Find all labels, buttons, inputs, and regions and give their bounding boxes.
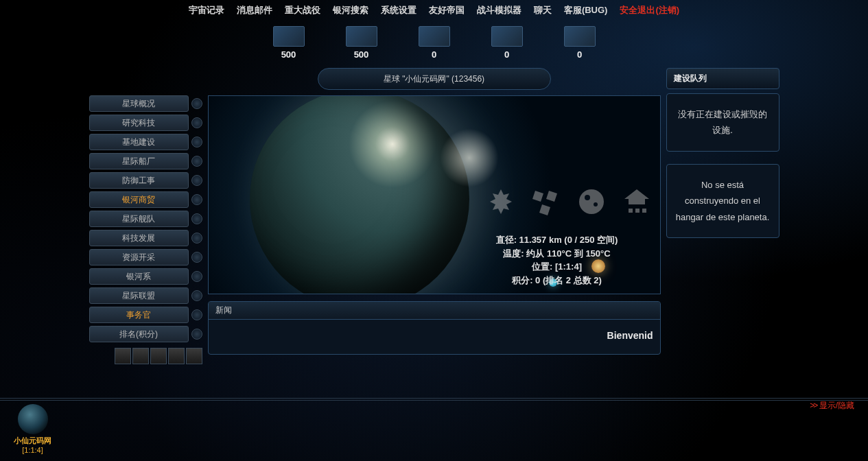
right-panel: 建设队列 没有正在建设或摧毁的设施. No se está construyen…	[666, 68, 779, 364]
news-ticker: Bienvenid	[209, 320, 660, 351]
darkmatter-icon	[491, 26, 523, 47]
menu-1[interactable]: 研究科技	[89, 115, 189, 131]
menu-8[interactable]: 资源开采	[89, 249, 189, 265]
menu-9[interactable]: 银河系	[89, 268, 189, 285]
menu-dot-7[interactable]	[191, 233, 202, 244]
menu-dot-8[interactable]	[191, 252, 202, 263]
topnav-item-2[interactable]: 重大战役	[285, 4, 320, 16]
build-queue-empty-2: No se está construyendo en el hangar de …	[666, 164, 779, 238]
resource-darkmatter[interactable]: 0	[491, 26, 523, 60]
planet-sel-name: 小仙元码网	[14, 436, 51, 446]
bottom-divider	[0, 398, 868, 401]
planet-thumb	[18, 404, 48, 434]
officer-icon-4[interactable]	[168, 348, 185, 364]
crystal-icon	[346, 26, 377, 47]
menu-dot-10[interactable]	[191, 290, 202, 301]
resource-crystal[interactable]: 500	[346, 26, 377, 60]
menu-12[interactable]: 排名(积分)	[89, 326, 189, 342]
resource-bar: 500500000	[0, 21, 868, 62]
build-queue-header: 建设队列	[666, 68, 779, 89]
topnav-item-0[interactable]: 宇宙记录	[189, 4, 224, 16]
menu-dot-12[interactable]	[191, 329, 202, 340]
menu-2[interactable]: 基地建设	[89, 134, 189, 150]
menu-dot-9[interactable]	[191, 271, 202, 282]
planet-temperature: 温度: 约从 110°C 到 150°C	[461, 247, 653, 261]
planet-position: 位置: [1:1:4]	[461, 260, 653, 274]
menu-6[interactable]: 星际舰队	[89, 211, 189, 227]
planet-selector[interactable]: 小仙元码网 [1:1:4]	[14, 404, 51, 454]
menu-dot-5[interactable]	[191, 194, 202, 205]
deuterium-icon	[419, 26, 450, 47]
svg-point-0	[579, 189, 604, 214]
planet-view: 直径: 11.357 km (0 / 250 空间) 温度: 约从 110°C …	[208, 95, 661, 294]
topnav-item-5[interactable]: 友好帝国	[429, 4, 465, 16]
shards-icon[interactable]	[530, 185, 563, 218]
topnav-item-7[interactable]: 聊天	[534, 4, 552, 16]
metal-icon	[273, 26, 305, 47]
planet-score: 积分: 0 (排名 2 总数 2)	[461, 274, 653, 287]
officer-icon-1[interactable]	[115, 348, 131, 364]
topnav-item-8[interactable]: 客服(BUG)	[564, 4, 608, 16]
energy-icon	[564, 26, 596, 47]
menu-dot-1[interactable]	[191, 117, 202, 128]
planet-title-bar[interactable]: 星球 "小仙元码网" (123456)	[318, 68, 551, 90]
svg-point-2	[594, 202, 598, 206]
menu-11[interactable]: 事务官	[89, 307, 189, 323]
center-panel: 星球 "小仙元码网" (123456) 直径: 11.357 km (0 / 2…	[208, 68, 661, 364]
topnav-item-4[interactable]: 系统设置	[381, 4, 417, 16]
topnav-item-6[interactable]: 战斗模拟器	[477, 4, 521, 16]
crystal-value: 500	[346, 49, 377, 60]
menu-10[interactable]: 星际联盟	[89, 287, 189, 304]
menu-dot-0[interactable]	[191, 98, 202, 109]
topnav-item-1[interactable]: 消息邮件	[237, 4, 272, 16]
moon-icon[interactable]	[575, 185, 608, 218]
officer-icon-5[interactable]	[186, 348, 202, 364]
darkmatter-value: 0	[491, 49, 523, 60]
wings-icon[interactable]	[484, 185, 517, 218]
planet-sel-coord: [1:1:4]	[14, 446, 51, 454]
base-icon[interactable]	[620, 185, 653, 218]
left-menu: 星球概况研究科技基地建设星际船厂防御工事银河商贸星际舰队科技发展资源开采银河系星…	[89, 68, 202, 364]
menu-dot-3[interactable]	[191, 156, 202, 167]
planet-info: 直径: 11.357 km (0 / 250 空间) 温度: 约从 110°C …	[461, 233, 653, 287]
menu-dot-6[interactable]	[191, 213, 202, 224]
menu-dot-11[interactable]	[191, 309, 202, 320]
menu-3[interactable]: 星际船厂	[89, 153, 189, 169]
menu-dot-4[interactable]	[191, 175, 202, 186]
svg-point-1	[585, 195, 590, 200]
news-header: 新闻	[209, 302, 660, 320]
news-panel: 新闻 Bienvenid	[208, 301, 661, 355]
energy-value: 0	[564, 49, 596, 60]
officer-icon-2[interactable]	[132, 348, 149, 364]
resource-metal[interactable]: 500	[273, 26, 305, 60]
topnav-item-3[interactable]: 银河搜索	[333, 4, 368, 16]
light-flare	[435, 123, 504, 192]
menu-4[interactable]: 防御工事	[89, 172, 189, 189]
topnav-item-9[interactable]: 安全退出(注销)	[620, 4, 679, 16]
officer-icon-3[interactable]	[150, 348, 167, 364]
planet-image	[250, 95, 469, 294]
planet-diameter: 直径: 11.357 km (0 / 250 空间)	[461, 233, 653, 247]
resource-deuterium[interactable]: 0	[419, 26, 450, 60]
menu-7[interactable]: 科技发展	[89, 230, 189, 246]
menu-0[interactable]: 星球概况	[89, 95, 189, 112]
toggle-visibility-link[interactable]: >> 显示/隐藏	[810, 400, 854, 412]
deuterium-value: 0	[419, 49, 450, 60]
resource-energy[interactable]: 0	[564, 26, 596, 60]
menu-5[interactable]: 银河商贸	[89, 191, 189, 208]
build-queue-empty-1: 没有正在建设或摧毁的设施.	[666, 93, 779, 152]
officer-icons	[89, 348, 202, 364]
menu-dot-2[interactable]	[191, 137, 202, 147]
metal-value: 500	[273, 49, 305, 60]
top-nav: 宇宙记录消息邮件重大战役银河搜索系统设置友好帝国战斗模拟器聊天客服(BUG)安全…	[0, 0, 868, 21]
